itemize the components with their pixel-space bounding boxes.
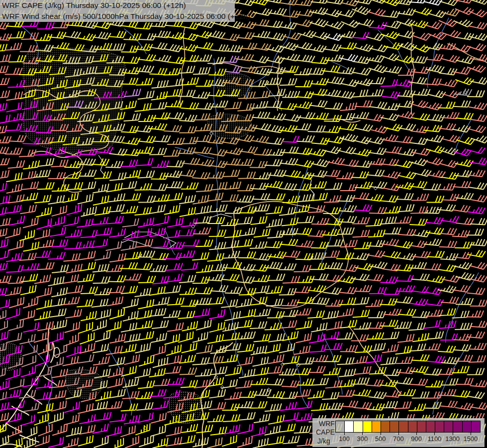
legend-variable-label: CAPE [316,428,335,436]
legend-cell-15 [471,421,480,432]
cape-legend: WRF CAPE J/kg 10030050070090011001300150… [312,418,485,447]
map-title-line-windshear: WRF Wind shear (m/s) 500/1000hPa Thursda… [0,11,235,22]
legend-unit-label: J/kg [317,437,330,445]
legend-cell-9 [417,421,426,432]
legend-cell-14 [462,421,471,432]
legend-tick-label: 100 [339,435,350,443]
legend-cell-1 [344,421,353,432]
weather-map-screenshot: WRF CAPE (J/kg) Thursday 30-10-2025 06:0… [0,0,487,448]
legend-tick-label: 1300 [445,435,460,443]
legend-cell-3 [363,421,372,432]
legend-cell-0 [336,421,344,432]
legend-tick-label: 900 [411,435,422,443]
weather-map-canvas [0,0,487,448]
legend-cell-10 [426,421,435,432]
legend-cell-12 [444,421,453,432]
legend-tick-label: 1500 [463,435,478,443]
legend-tick-label: 1100 [427,435,441,443]
legend-tick-label: 500 [375,435,386,443]
legend-cell-5 [381,421,390,432]
legend-cell-13 [453,421,462,432]
legend-cell-11 [435,421,444,432]
legend-color-scale [335,421,481,433]
legend-cell-2 [353,421,362,432]
legend-tick-label: 700 [393,435,404,443]
legend-cell-7 [398,421,407,432]
legend-cell-4 [372,421,381,432]
legend-tick-label: 300 [357,435,368,443]
legend-cell-6 [390,421,398,432]
map-title-overlay: WRF CAPE (J/kg) Thursday 30-10-2025 06:0… [0,0,235,22]
legend-model-label: WRF [319,420,335,428]
legend-cell-8 [408,421,417,432]
map-title-line-cape: WRF CAPE (J/kg) Thursday 30-10-2025 06:0… [0,0,235,11]
